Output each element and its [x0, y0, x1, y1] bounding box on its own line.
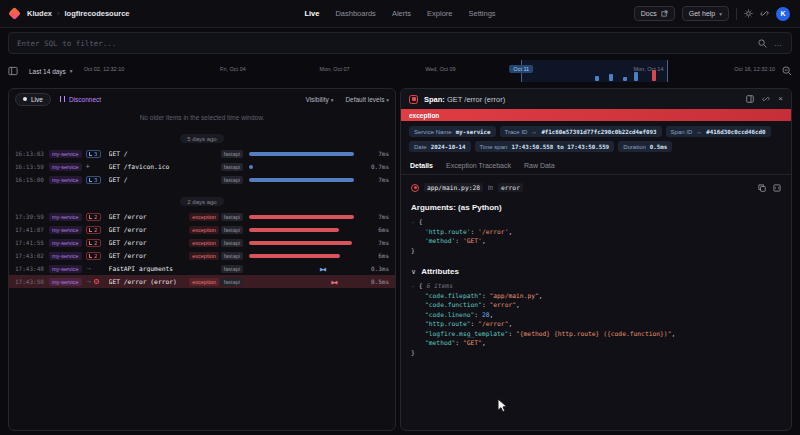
disconnect-button[interactable]: Disconnect [60, 96, 101, 103]
span-type-icon [409, 95, 418, 104]
time-range-select[interactable]: Last 14 days ▾ [25, 65, 77, 78]
timeline-tick-label: Wed, Oct 09 [425, 66, 455, 72]
fastapi-tag: fastapi [221, 176, 243, 184]
trace-row[interactable]: 16:15:00my-service3GET /fastapi7ms [9, 173, 395, 186]
time-group-badge: 2 days ago [180, 197, 223, 206]
levels-dropdown[interactable]: Default levels ▾ [345, 96, 389, 103]
span-count-badge[interactable]: 2 [86, 226, 101, 234]
duration-bar [249, 215, 354, 219]
span-count-badge[interactable]: 2 [86, 252, 101, 260]
trace-row[interactable]: 17:43:02my-service2GET /errorexceptionfa… [9, 249, 395, 262]
search-icon[interactable] [758, 39, 767, 48]
expand-icon[interactable]: + [86, 163, 90, 171]
detail-content: app/main.py:28 in error Arguments: (as P… [401, 175, 791, 430]
nav-tab-settings[interactable]: Settings [468, 9, 495, 18]
trace-list: No older items in the selected time wind… [9, 109, 395, 430]
get-help-button[interactable]: Get help ▾ [682, 6, 729, 21]
trace-row[interactable]: 17:41:55my-service2GET /errorexceptionfa… [9, 236, 395, 249]
row-timestamp: 17:41:55 [15, 239, 45, 246]
span-label: GET /error (error) [109, 278, 183, 285]
timeline-tick-label: Oct 16, 12:32:10 [734, 66, 775, 72]
breadcrumb-project[interactable]: logfirecodesource [65, 9, 130, 18]
row-timestamp: 17:41:07 [15, 226, 45, 233]
span-count-badge[interactable]: 2 [86, 239, 101, 247]
live-button[interactable]: Live [15, 93, 51, 106]
span-count-badge[interactable]: 2 [86, 213, 101, 221]
filter-more-icon[interactable]: … [774, 39, 783, 48]
fold-toggle-icon[interactable]: - [411, 282, 415, 289]
code-entry: "http.route": "/error", [411, 319, 781, 329]
nav-tab-live[interactable]: Live [304, 9, 319, 18]
main-content: Live Disconnect Visibility ▾ Default lev… [8, 88, 792, 431]
theme-toggle-icon[interactable] [744, 9, 753, 18]
nav-tab-explore[interactable]: Explore [427, 9, 452, 18]
nav-tab-alerts[interactable]: Alerts [392, 9, 411, 18]
timeline-tick-label: Oct 02, 12:32:10 [84, 66, 125, 72]
trace-row[interactable]: 17:43:48my-service→FastAPI argumentsfast… [9, 262, 395, 275]
span-detail-header: Span: GET /error (error) × [401, 89, 791, 109]
detail-tab-exception-traceback[interactable]: Exception Traceback [446, 158, 511, 173]
row-duration: 0.3ms [365, 265, 389, 272]
exception-banner: exception [401, 109, 791, 121]
attributes-code-block: -{ 6 items"code.filepath": "app/main.py"… [411, 281, 781, 357]
fastapi-tag: fastapi [221, 278, 243, 286]
row-duration: 7ms [365, 150, 389, 157]
timeline-view-toggle-icon[interactable] [8, 66, 18, 76]
row-duration: 7ms [365, 239, 389, 246]
disconnect-label: Disconnect [69, 96, 101, 103]
span-count-badge[interactable]: 3 [86, 150, 101, 158]
fold-toggle-icon[interactable]: - [411, 218, 415, 225]
exception-tag: exception [189, 278, 219, 286]
nav-tab-dashboards[interactable]: Dashboards [335, 9, 375, 18]
trace-row[interactable]: 17:39:59my-service2GET /errorexceptionfa… [9, 210, 395, 223]
timeline-ruler[interactable]: Oct 02, 12:32:10Fri, Oct 04Mon, Oct 07We… [84, 58, 775, 84]
child-arrow-icon: → [86, 278, 93, 285]
duration-bar [249, 178, 354, 182]
attributes-heading[interactable]: ∨ Attributes [411, 267, 781, 276]
timeline-histogram-bar [623, 77, 627, 81]
duration-bar [249, 152, 354, 156]
trace-row[interactable]: 17:41:07my-service2GET /errorexceptionfa… [9, 223, 395, 236]
docs-button[interactable]: Docs [634, 6, 675, 21]
service-tag: my-service [49, 213, 82, 221]
trace-row[interactable]: 16:13:03my-service3GET /fastapi7ms [9, 147, 395, 160]
user-avatar[interactable]: K [776, 7, 790, 21]
share-link-icon[interactable] [760, 9, 769, 18]
fastapi-tag: fastapi [221, 213, 243, 221]
timeline-bar: Last 14 days ▾ Oct 02, 12:32:10Fri, Oct … [8, 58, 792, 84]
visibility-dropdown[interactable]: Visibility ▾ [305, 96, 333, 103]
exception-tag: exception [189, 252, 219, 260]
logfire-logo-icon[interactable] [8, 7, 21, 20]
breadcrumb-org[interactable]: Kludex [27, 9, 52, 18]
detail-tabs: DetailsException TracebackRaw Data [401, 157, 791, 175]
code-entry: "method": "GET", [411, 338, 781, 348]
span-label: GET /favicon.ico [109, 163, 183, 170]
timeline-histogram-bar [652, 70, 656, 81]
child-arrow-icon: → [86, 265, 93, 272]
service-tag: my-service [49, 226, 82, 234]
meta-chip-service-name: Service Namemy-service [409, 126, 496, 137]
span-count-badge[interactable]: 3 [86, 176, 101, 184]
zoom-out-icon[interactable] [782, 66, 792, 76]
row-duration: 7ms [365, 213, 389, 220]
sql-filter-input[interactable] [17, 39, 751, 48]
detail-tab-raw-data[interactable]: Raw Data [524, 158, 555, 173]
source-file-link[interactable]: app/main.py:28 [424, 183, 483, 192]
service-tag: my-service [49, 265, 82, 273]
copy-icon[interactable] [758, 184, 766, 192]
service-tag: my-service [49, 163, 82, 171]
divider [736, 8, 737, 20]
copy-link-icon[interactable] [762, 95, 770, 103]
span-label: GET /error [109, 226, 183, 233]
trace-row[interactable]: 17:43:50my-service→GET /error (error)exc… [9, 275, 395, 288]
detail-tab-details[interactable]: Details [410, 158, 433, 173]
exception-tag: exception [189, 213, 219, 221]
arguments-heading[interactable]: Arguments: (as Python) [411, 203, 781, 212]
meta-chip-span-id: Span ID↔#416d30c0ccd46cd0 [666, 126, 771, 137]
span-label: GET /error [109, 252, 183, 259]
close-icon[interactable]: × [778, 95, 783, 103]
duration-bar [249, 165, 252, 169]
copy-code-icon[interactable] [773, 184, 781, 192]
trace-row[interactable]: 16:13:59my-service+GET /favicon.icofasta… [9, 160, 395, 173]
open-in-panel-icon[interactable] [746, 95, 754, 103]
